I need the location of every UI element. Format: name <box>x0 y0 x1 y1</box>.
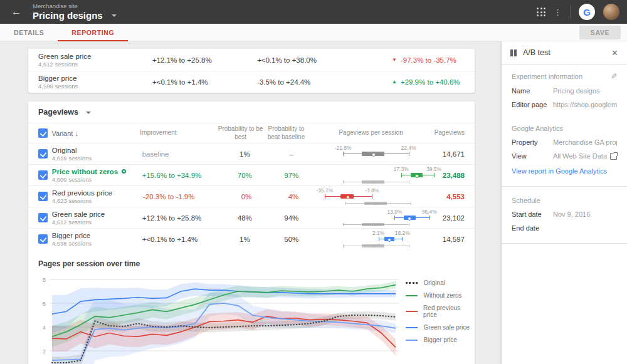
table-row[interactable]: Red previous price 4,623 sessions -20.3%… <box>28 185 475 207</box>
legend-item: Original <box>406 279 475 286</box>
sidebar-title: A/B test <box>523 48 551 57</box>
boxplot-high-label: -3.8% <box>365 187 379 194</box>
variant-name-cell: Green sale price 4,612 sessions <box>52 211 142 226</box>
field-value: https://shop.googleme... <box>553 101 617 108</box>
table-row[interactable]: Price without zeros 4,609 sessions +15.6… <box>28 164 475 185</box>
report-main-area: Green sale price 4,612 sessions +12.1% t… <box>0 41 495 364</box>
boxplot-high-label: 39.5% <box>426 166 441 172</box>
table-row[interactable]: Green sale price 4,612 sessions +12.1% t… <box>28 207 475 228</box>
table-row[interactable]: Bigger price 4,598 sessions +<0.1% to +1… <box>28 228 475 249</box>
tab-reporting[interactable]: REPORTING <box>58 24 128 41</box>
overflow-menu-icon[interactable]: ⋮ <box>554 8 562 16</box>
google-logo: G <box>579 4 595 20</box>
table-row[interactable]: Original 4,618 sessions baseline 1% – -2… <box>28 143 475 164</box>
edit-pencil-icon[interactable]: ✎ <box>611 72 617 81</box>
per-session-boxplot: 17.3% 39.5% <box>313 165 442 185</box>
section-label: Google Analytics <box>512 125 563 132</box>
field-label: Editor page <box>512 101 553 108</box>
schedule-section: Schedule Start date Nov 9, 2016 End date <box>502 189 627 241</box>
row-checkbox[interactable] <box>38 170 48 180</box>
save-button[interactable]: SAVE <box>579 26 621 39</box>
session-count: 4,609 sessions <box>52 176 142 183</box>
field-label: Property <box>512 138 553 146</box>
pageviews-value: 14,671 <box>443 150 475 158</box>
experiment-information-section: Experiment information ✎ Name Pricing de… <box>502 65 627 117</box>
change-value: ▲ +29.9% to +40.6% <box>392 78 475 86</box>
legend-label: Bigger price <box>423 336 456 343</box>
session-count: 4,612 sessions <box>38 61 152 68</box>
start-date-row: Start date Nov 9, 2016 <box>512 211 617 218</box>
boxplot-low-label: 17.3% <box>394 166 409 172</box>
column-header-pageviews: Pageviews <box>435 129 475 137</box>
divider <box>502 243 627 244</box>
column-header-variant[interactable]: Variant ↓ <box>51 130 140 137</box>
avatar[interactable] <box>603 4 619 20</box>
prob-beat-baseline-value: 50% <box>270 236 313 243</box>
y-axis-tick-label: 6 <box>37 300 46 307</box>
field-value: Nov 9, 2016 <box>553 211 590 218</box>
sidebar-header: A/B test ✕ <box>502 41 627 65</box>
prob-beat-baseline-value: 97% <box>270 172 313 179</box>
experiment-title-dropdown[interactable]: Merchandise site Pricing designs <box>33 3 117 21</box>
variant-name-cell: Price without zeros 4,609 sessions <box>52 168 142 183</box>
select-all-checkbox[interactable] <box>38 128 48 138</box>
view-report-link[interactable]: View report in Google Analytics <box>512 166 617 181</box>
row-checkbox[interactable] <box>38 234 48 244</box>
view-row: View All Web Site Data <box>512 152 617 160</box>
google-analytics-section: Google Analytics Property Merchandise GA… <box>502 117 627 184</box>
chart-legend: Original Without zeros Red previous pric… <box>396 273 475 364</box>
metric-selector[interactable]: Pageviews <box>28 101 475 123</box>
prob-best-value: 70% <box>220 172 270 179</box>
variant-name: Bigger price <box>52 232 142 239</box>
field-value: Pricing designs <box>553 87 600 95</box>
chevron-down-icon <box>86 112 91 114</box>
property-row: Property Merchandise GA property <box>512 138 617 146</box>
variant-name: Green sale price <box>52 211 142 218</box>
field-label: Name <box>512 87 553 95</box>
apps-grid-icon[interactable] <box>537 8 545 16</box>
leader-badge-icon <box>122 169 126 174</box>
prob-beat-baseline-value: – <box>270 150 313 158</box>
back-arrow-icon[interactable]: ← <box>0 6 33 18</box>
summary-table-card: Green sale price 4,612 sessions +12.1% t… <box>28 49 475 93</box>
variant-name: Green sale price <box>38 53 152 60</box>
per-session-boxplot: -35.7% -3.8% <box>315 186 446 207</box>
improvement-value: +<0.1% to +1.4% <box>142 236 220 243</box>
prob-best-value: 1% <box>220 236 270 243</box>
boxplot-low-label: -35.7% <box>316 187 333 194</box>
variant-name-cell: Red previous price 4,623 sessions <box>52 189 143 204</box>
tab-details[interactable]: DETAILS <box>0 24 58 41</box>
legend-item: Red previous price <box>406 304 475 318</box>
legend-swatch <box>406 311 418 312</box>
arrow-up-icon: ▲ <box>392 80 397 85</box>
table-row[interactable]: Green sale price 4,612 sessions +12.1% t… <box>28 49 475 71</box>
table-row[interactable]: Bigger price 4,598 sessions +<0.1% to +1… <box>28 71 475 93</box>
improvement-value: +12.1% to +25.8% <box>142 214 220 222</box>
row-checkbox[interactable] <box>38 149 48 159</box>
open-in-new-icon[interactable] <box>610 153 617 160</box>
y-axis-tick-label: 8 <box>37 276 46 283</box>
divider <box>502 186 627 187</box>
editor-page-row: Editor page https://shop.googleme... <box>512 101 617 108</box>
prob-beat-baseline-value: 4% <box>271 193 315 200</box>
row-checkbox[interactable] <box>38 192 48 201</box>
prob-beat-baseline-value: 94% <box>270 214 313 222</box>
metric-selector-label: Pageviews <box>38 108 78 117</box>
ab-test-icon <box>510 49 517 56</box>
prob-best-value: 0% <box>221 193 271 200</box>
section-label: Schedule <box>512 197 540 204</box>
variant-name-cell: Bigger price 4,598 sessions <box>28 75 152 90</box>
legend-swatch <box>406 327 418 328</box>
range-value: -3.5% to +24.4% <box>257 78 392 86</box>
row-checkbox[interactable] <box>38 213 48 222</box>
variant-name: Bigger price <box>38 75 152 82</box>
variant-name-cell: Green sale price 4,612 sessions <box>28 53 152 68</box>
pages-per-session-chart: 8642 <box>37 273 396 364</box>
variant-name-cell: Bigger price 4,598 sessions <box>52 232 142 247</box>
details-sidebar: A/B test ✕ Experiment information ✎ Name… <box>502 41 627 364</box>
improvement-value: baseline <box>142 150 220 158</box>
field-label: Start date <box>512 211 553 218</box>
per-session-boxplot: 2.1% 18.2% <box>313 229 442 249</box>
session-count: 4,623 sessions <box>52 197 143 204</box>
close-icon[interactable]: ✕ <box>611 48 618 58</box>
